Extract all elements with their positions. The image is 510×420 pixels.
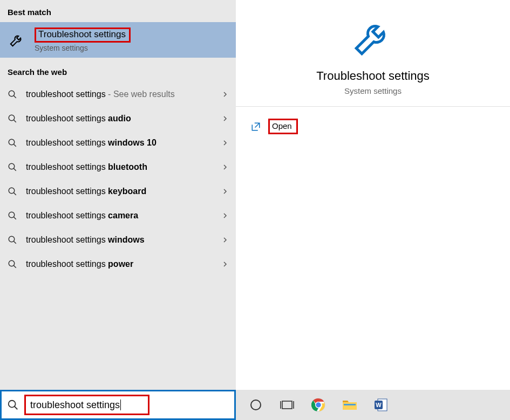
wrench-icon	[6, 32, 27, 48]
web-result[interactable]: troubleshoot settings windows	[0, 228, 236, 252]
web-result[interactable]: troubleshoot settings camera	[0, 203, 236, 228]
taskbar: W	[236, 390, 510, 420]
chevron-right-icon	[222, 261, 228, 267]
search-icon	[8, 259, 17, 269]
web-result-label: troubleshoot settings keyboard	[26, 187, 146, 196]
open-label: Open	[268, 119, 298, 134]
text-caret	[120, 400, 121, 410]
svg-line-1	[13, 95, 16, 98]
open-icon	[251, 122, 261, 132]
svg-point-2	[9, 115, 15, 121]
search-icon	[8, 89, 17, 99]
web-result-label: troubleshoot settings - See web results	[26, 89, 175, 99]
web-result-label: troubleshoot settings windows 10	[26, 138, 157, 148]
svg-line-13	[13, 241, 16, 244]
best-match-header: Best match	[0, 0, 236, 22]
preview-subtitle: System settings	[236, 86, 510, 95]
web-result[interactable]: troubleshoot settings - See web results	[0, 82, 236, 106]
search-box[interactable]: troubleshoot settings	[0, 390, 236, 420]
web-result-label: troubleshoot settings bluetooth	[26, 162, 147, 172]
word-icon[interactable]: W	[373, 397, 389, 413]
svg-line-9	[13, 192, 16, 195]
task-view-icon[interactable]	[279, 397, 295, 413]
svg-line-15	[13, 265, 16, 268]
search-web-header: Search the web	[0, 58, 236, 82]
web-result-label: troubleshoot settings camera	[26, 211, 138, 221]
svg-point-4	[9, 139, 15, 145]
svg-point-10	[9, 212, 15, 218]
search-results-pane: Best match Troubleshoot settings System …	[0, 0, 236, 390]
svg-line-7	[13, 168, 16, 171]
web-result-label: troubleshoot settings windows	[26, 235, 145, 245]
file-explorer-icon[interactable]	[342, 397, 358, 413]
chevron-right-icon	[222, 140, 228, 146]
chrome-icon[interactable]	[310, 397, 327, 413]
chevron-right-icon	[222, 164, 228, 170]
web-result[interactable]: troubleshoot settings power	[0, 252, 236, 276]
svg-point-0	[9, 91, 15, 97]
web-result[interactable]: troubleshoot settings keyboard	[0, 179, 236, 203]
best-match-title-highlight: Troubleshoot settings	[35, 27, 131, 43]
svg-line-17	[15, 407, 18, 410]
best-match-subtitle: System settings	[35, 44, 131, 52]
preview-header: Troubleshoot settings System settings	[236, 0, 510, 107]
search-input-highlight: troubleshoot settings	[24, 395, 149, 415]
cortana-icon[interactable]	[248, 397, 264, 413]
svg-text:W: W	[376, 402, 382, 408]
chevron-right-icon	[222, 91, 228, 98]
preview-title: Troubleshoot settings	[236, 69, 510, 83]
svg-line-3	[13, 120, 16, 122]
best-match-title: Troubleshoot settings	[38, 29, 126, 39]
web-result[interactable]: troubleshoot settings audio	[0, 106, 236, 130]
search-input-value: troubleshoot settings	[30, 400, 120, 411]
search-icon	[8, 187, 17, 196]
web-result[interactable]: troubleshoot settings windows 10	[0, 130, 236, 155]
chevron-right-icon	[222, 237, 228, 243]
svg-point-14	[9, 260, 15, 266]
chevron-right-icon	[222, 115, 228, 122]
chevron-right-icon	[222, 188, 228, 195]
svg-rect-19	[282, 401, 292, 409]
web-results-list: troubleshoot settings - See web resultst…	[0, 82, 236, 276]
preview-pane: Troubleshoot settings System settings Op…	[236, 0, 510, 390]
best-match-result[interactable]: Troubleshoot settings System settings	[0, 22, 236, 58]
svg-point-12	[9, 236, 15, 242]
wrench-icon	[236, 15, 510, 59]
svg-point-6	[9, 163, 15, 169]
svg-line-11	[13, 217, 16, 219]
svg-point-16	[9, 401, 16, 408]
search-icon	[8, 211, 17, 221]
chevron-right-icon	[222, 212, 228, 219]
web-result-label: troubleshoot settings power	[26, 259, 133, 269]
svg-rect-25	[344, 404, 356, 405]
svg-point-18	[251, 400, 261, 410]
search-icon	[8, 235, 17, 245]
svg-point-8	[9, 188, 15, 194]
svg-line-5	[13, 144, 16, 147]
web-result[interactable]: troubleshoot settings bluetooth	[0, 155, 236, 179]
open-action[interactable]: Open	[236, 107, 510, 146]
web-result-label: troubleshoot settings audio	[26, 114, 131, 123]
search-icon	[8, 162, 17, 172]
search-icon	[7, 399, 19, 411]
search-icon	[8, 114, 17, 123]
search-icon	[8, 138, 17, 148]
